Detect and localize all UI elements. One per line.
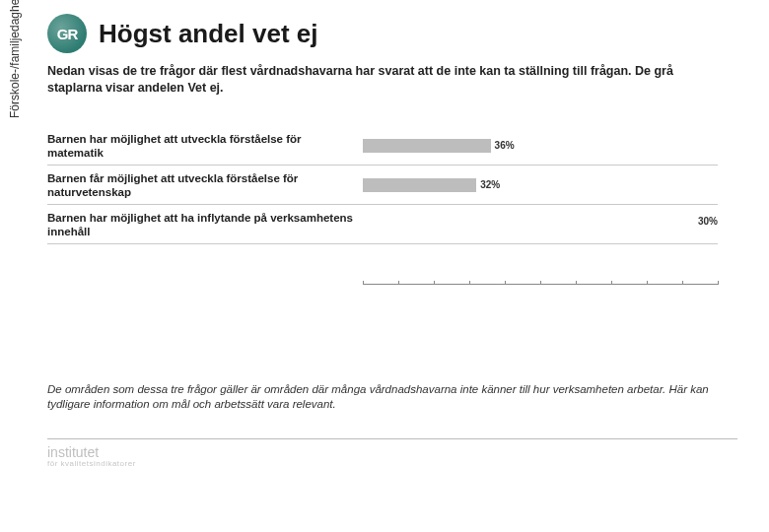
header: Högst andel vet ej (47, 14, 745, 53)
footnote: De områden som dessa tre frågor gäller ä… (47, 382, 737, 413)
chart-bar-area: 36% (363, 137, 718, 155)
chart-row-label: Barnen har möjlighet att utveckla förstå… (47, 132, 363, 161)
page-title: Högst andel vet ej (99, 19, 318, 49)
divider (47, 438, 737, 439)
chart-x-axis: 30% (363, 284, 718, 294)
intro-text: Nedan visas de tre frågor där flest vård… (47, 63, 728, 97)
chart-row: Barnen får möjlighet att utveckla förstå… (47, 166, 718, 205)
footer-brand-sub: för kvalitetsindikatorer (47, 460, 745, 468)
brand-logo-icon (47, 14, 87, 53)
chart: Barnen har möjlighet att utveckla förstå… (47, 126, 718, 244)
footer-brand-name: institutet (47, 444, 99, 460)
chart-detached-value: 30% (698, 216, 718, 227)
chart-row-label: Barnen har möjlighet att ha inflytande p… (47, 211, 363, 239)
chart-row-label: Barnen får möjlighet att utveckla förstå… (47, 171, 363, 200)
chart-bar-value: 36% (491, 137, 515, 155)
footer-brand: institutet för kvalitetsindikatorer (47, 445, 745, 468)
chart-bar (363, 178, 476, 192)
chart-bar-value: 32% (476, 176, 500, 194)
page-content: Högst andel vet ej Nedan visas de tre fr… (47, 0, 769, 468)
side-label: Förskole-/familjedaghemsenkät 2016 (8, 0, 22, 118)
chart-row: Barnen har möjlighet att utveckla förstå… (47, 126, 718, 166)
chart-axis: 30% (47, 284, 718, 294)
chart-row: Barnen har möjlighet att ha inflytande p… (47, 205, 718, 244)
chart-bar-area (363, 216, 718, 233)
chart-bar-area: 32% (363, 176, 718, 194)
chart-bar (363, 139, 491, 153)
